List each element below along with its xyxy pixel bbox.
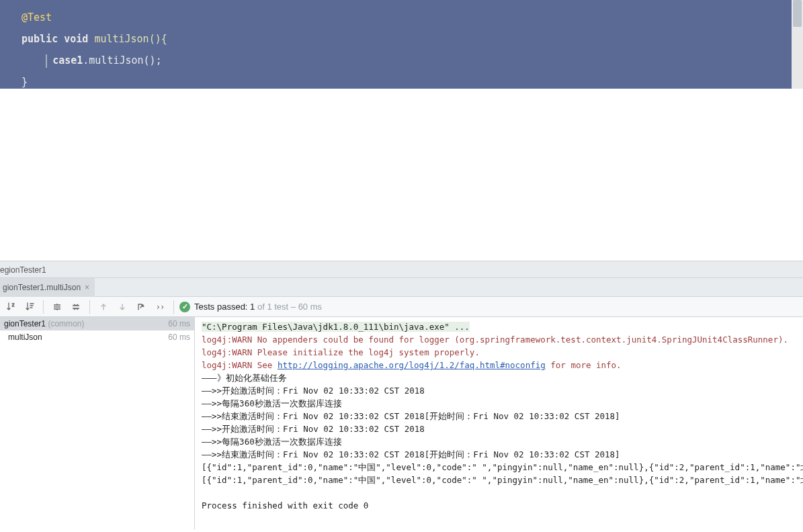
tree-item-time: 60 ms <box>168 332 190 342</box>
results-pane: gionTester1 (common) 60 ms multiJson 60 … <box>0 317 803 529</box>
test-tree-root[interactable]: gionTester1 (common) 60 ms <box>0 317 194 330</box>
console-link[interactable]: http://logging.apache.org/log4j/1.2/faq.… <box>278 360 546 370</box>
console-line: [{"id":1,"parent_id":0,"name":"中国","leve… <box>202 461 796 474</box>
tests-passed-total: of 1 test – 60 ms <box>255 302 322 312</box>
run-config-tab-bar: egionTester1 <box>0 261 803 278</box>
console-line: ——>>开始激活时间：Fri Nov 02 10:33:02 CST 2018 <box>202 384 796 397</box>
console-warn-line: log4j:WARN See <box>202 360 278 370</box>
collapse-all-icon[interactable] <box>68 299 84 315</box>
scrollbar-thumb[interactable] <box>793 0 802 27</box>
console-line: ———》初始化基础任务 <box>202 371 796 384</box>
tree-item-name: multiJson <box>4 332 42 342</box>
test-tab[interactable]: gionTester1.multiJson × <box>0 278 95 297</box>
keyword-void: void <box>64 33 88 45</box>
test-toolbar: ›› ✓ Tests passed: 1 of 1 test – 60 ms <box>0 297 803 317</box>
prev-failed-icon[interactable] <box>95 299 112 315</box>
more-icon[interactable]: ›› <box>152 299 168 315</box>
tests-passed-count: Tests passed: 1 <box>194 302 255 312</box>
check-icon: ✓ <box>179 302 190 312</box>
close-icon[interactable]: × <box>85 283 89 292</box>
close-brace: } <box>22 76 28 88</box>
console-warn-line: for more info. <box>546 360 622 370</box>
code-editor[interactable]: @Test public void multiJson(){ case1.mul… <box>0 0 803 89</box>
console-line: ——>>开始激活时间：Fri Nov 02 10:33:02 CST 2018 <box>202 423 796 435</box>
test-tab-label: gionTester1.multiJson <box>3 283 81 292</box>
console-line: [{"id":1,"parent_id":0,"name":"中国","leve… <box>202 474 796 486</box>
console-warn-line: log4j:WARN Please initialize the log4j s… <box>202 346 796 359</box>
field-ref: case1 <box>52 54 83 66</box>
console-exit-line: Process finished with exit code 0 <box>202 499 796 512</box>
separator <box>89 300 90 314</box>
test-tree[interactable]: gionTester1 (common) 60 ms multiJson 60 … <box>0 317 195 529</box>
test-tab-bar: gionTester1.multiJson × <box>0 278 803 297</box>
console-warn-line: log4j:WARN No appenders could be found f… <box>202 333 796 346</box>
tree-root-time: 60 ms <box>168 319 190 328</box>
test-tree-item[interactable]: multiJson 60 ms <box>0 330 194 344</box>
tree-root-meta: (common) <box>48 319 84 328</box>
expand-all-icon[interactable] <box>49 299 65 315</box>
sort-duration-icon[interactable] <box>22 299 38 315</box>
next-failed-icon[interactable] <box>114 299 130 315</box>
console-line: ——>>结束激活时间：Fri Nov 02 10:33:02 CST 2018[… <box>202 410 796 423</box>
export-icon[interactable] <box>133 299 149 315</box>
method-name: multiJson(){ <box>94 33 167 45</box>
console-line: ——>>结束激活时间：Fri Nov 02 10:33:02 CST 2018[… <box>202 448 796 461</box>
caret-indicator <box>46 54 47 68</box>
annotation: @Test <box>22 11 52 24</box>
separator <box>173 300 174 314</box>
test-status: ✓ Tests passed: 1 of 1 test – 60 ms <box>179 302 322 312</box>
sort-alpha-icon[interactable] <box>3 299 19 315</box>
console-command: "C:\Program Files\Java\jdk1.8.0_111\bin\… <box>202 322 470 332</box>
separator <box>43 300 44 314</box>
method-call: .multiJson(); <box>83 54 161 66</box>
tree-root-name: gionTester1 <box>4 319 46 328</box>
console-output[interactable]: "C:\Program Files\Java\jdk1.8.0_111\bin\… <box>195 317 803 529</box>
keyword-public: public <box>22 33 58 45</box>
console-line: ——>>每隔360秒激活一次数据库连接 <box>202 397 796 410</box>
console-line: ——>>每隔360秒激活一次数据库连接 <box>202 435 796 448</box>
editor-scrollbar[interactable] <box>792 0 803 89</box>
run-config-tab[interactable]: egionTester1 <box>0 265 46 275</box>
